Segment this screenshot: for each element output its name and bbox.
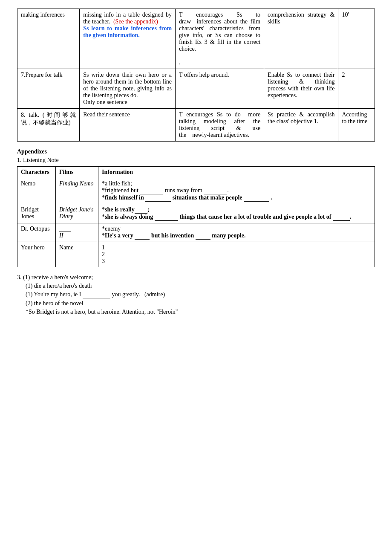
appendix-sub1: 1. Listening Note	[17, 157, 375, 164]
time-cell: 10'	[338, 9, 375, 69]
listening-note-table: Characters Films Information Nemo Findin…	[17, 166, 375, 267]
objective-cell: Enable Ss to connect their listening & t…	[264, 69, 338, 109]
info-cell: *a little fish; *frightened but runs awa…	[98, 178, 375, 204]
student-activity-cell: Ss write down their own hero or a hero a…	[80, 69, 176, 109]
table-row: making inferences missing info in a tabl…	[17, 9, 375, 69]
info-cell: *enemy *He's a very but his invention ma…	[98, 223, 375, 242]
time-cell: According to the time	[338, 109, 375, 142]
red-text-see-appendix: (See the appendix)	[113, 18, 158, 25]
character-cell: Bridget Jones	[17, 204, 56, 223]
note-item: *So Bridget is not a hero, but a heroine…	[26, 309, 375, 315]
info-cell: 1 2 3	[98, 242, 375, 267]
film-cell: Bridget Jone's Diary	[56, 204, 98, 223]
appendixes-section: Appendixes 1. Listening Note Characters …	[17, 148, 375, 267]
activity-cell: making inferences	[17, 9, 80, 69]
list-item: Nemo Finding Nemo *a little fish; *frigh…	[17, 178, 375, 204]
note-item: (2) the hero of the novel	[26, 300, 375, 307]
film-cell: Name	[56, 242, 98, 267]
col-header-characters: Characters	[17, 167, 56, 178]
list-item: Your hero Name 1 2 3	[17, 242, 375, 267]
note-item: (1) You're my hero, ie I you greatly. (a…	[26, 291, 375, 298]
table-row: 7.Prepare for talk Ss write down their o…	[17, 69, 375, 109]
table-header-row: Characters Films Information	[17, 167, 375, 178]
list-item: Dr. Octopus II *enemy *He's a very but h…	[17, 223, 375, 242]
character-cell: Dr. Octopus	[17, 223, 56, 242]
teacher-activity-cell: T encourages Ss to do more talking model…	[176, 109, 264, 142]
table-row: 8. talk. (时间够就说，不够就当作业) Read their sente…	[17, 109, 375, 142]
info-cell: *she is really ; *she is always doing th…	[98, 204, 375, 223]
appendixes-title: Appendixes	[17, 148, 375, 155]
student-activity-cell: Read their sentence	[80, 109, 176, 142]
main-lesson-table: making inferences missing info in a tabl…	[17, 9, 375, 142]
character-cell: Your hero	[17, 242, 56, 267]
col-header-films: Films	[56, 167, 98, 178]
objective-cell: comprehension strategy & skills	[264, 9, 338, 69]
list-item: Bridget Jones Bridget Jone's Diary *she …	[17, 204, 375, 223]
col-header-information: Information	[98, 167, 375, 178]
film-cell: Finding Nemo	[56, 178, 98, 204]
student-activity-cell: missing info in a table designed by the …	[80, 9, 176, 69]
notes-section: 3. (1) receive a hero's welcome; (1) die…	[17, 274, 375, 315]
activity-cell: 8. talk. (时间够就说，不够就当作业)	[17, 109, 80, 142]
teacher-activity-cell: T encourages Ss to draw inferences about…	[176, 9, 264, 69]
teacher-activity-cell: T offers help around.	[176, 69, 264, 109]
blue-instruction: Ss learn to make inferences from the giv…	[83, 25, 172, 38]
film-cell: II	[56, 223, 98, 242]
character-cell: Nemo	[17, 178, 56, 204]
activity-cell: 7.Prepare for talk	[17, 69, 80, 109]
note-item: 3. (1) receive a hero's welcome;	[17, 274, 375, 281]
objective-cell: Ss practice & accomplish the class' obje…	[264, 109, 338, 142]
time-cell: 2	[338, 69, 375, 109]
note-item: (1) die a hero/a hero's death	[26, 283, 375, 289]
